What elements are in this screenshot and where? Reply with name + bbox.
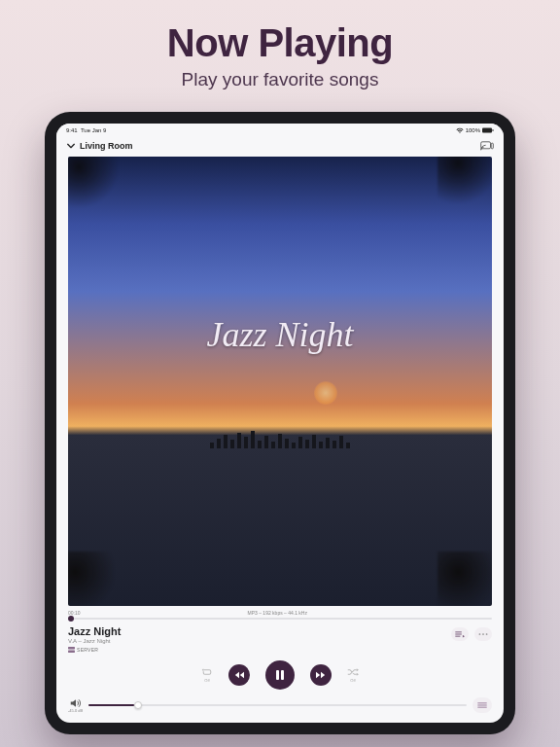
chevron-down-icon[interactable]: [66, 141, 76, 151]
page-title: Now Playing: [167, 21, 393, 65]
screen: 9:41 Tue Jan 9 100% Living Room: [56, 124, 504, 723]
next-button[interactable]: [310, 664, 332, 686]
queue-button[interactable]: [451, 627, 469, 641]
more-button[interactable]: [474, 627, 492, 641]
transport-controls: Off Off: [56, 653, 504, 694]
volume-db: -45.0 dB: [68, 708, 83, 713]
page-subtitle: Play your favorite songs: [182, 69, 379, 90]
battery-pct: 100%: [466, 127, 480, 133]
svg-point-8: [486, 633, 488, 635]
svg-point-7: [482, 633, 484, 635]
album-art: Jazz Night: [68, 157, 492, 606]
status-bar: 9:41 Tue Jan 9 100%: [56, 124, 504, 137]
prev-button[interactable]: [228, 664, 250, 686]
repeat-button[interactable]: Off: [201, 667, 213, 683]
shuffle-button[interactable]: Off: [347, 667, 359, 683]
svg-rect-0: [482, 128, 492, 133]
track-title: Jazz Night: [68, 625, 121, 637]
header-bar: Living Room: [56, 137, 504, 153]
progress-slider[interactable]: [68, 618, 492, 620]
svg-rect-9: [276, 670, 279, 680]
play-pause-button[interactable]: [265, 660, 295, 690]
track-artist-album: V.A – Jazz Night: [68, 638, 121, 644]
room-name[interactable]: Living Room: [80, 141, 133, 151]
svg-rect-4: [68, 647, 75, 649]
svg-point-6: [479, 633, 481, 635]
svg-rect-10: [281, 670, 284, 680]
status-time-date: 9:41 Tue Jan 9: [66, 127, 106, 133]
album-art-text: Jazz Night: [68, 314, 492, 355]
volume-icon[interactable]: -45.0 dB: [68, 698, 83, 713]
wifi-icon: [456, 127, 464, 133]
tablet-frame: 9:41 Tue Jan 9 100% Living Room: [45, 112, 515, 734]
output-button[interactable]: [472, 697, 492, 713]
volume-slider[interactable]: [88, 704, 467, 706]
audio-format: MP3 – 192 kbps – 44.1 kHz: [248, 610, 307, 616]
svg-rect-3: [491, 143, 493, 149]
battery-icon: [482, 127, 494, 133]
svg-rect-1: [493, 129, 494, 131]
cast-icon[interactable]: [480, 141, 494, 151]
